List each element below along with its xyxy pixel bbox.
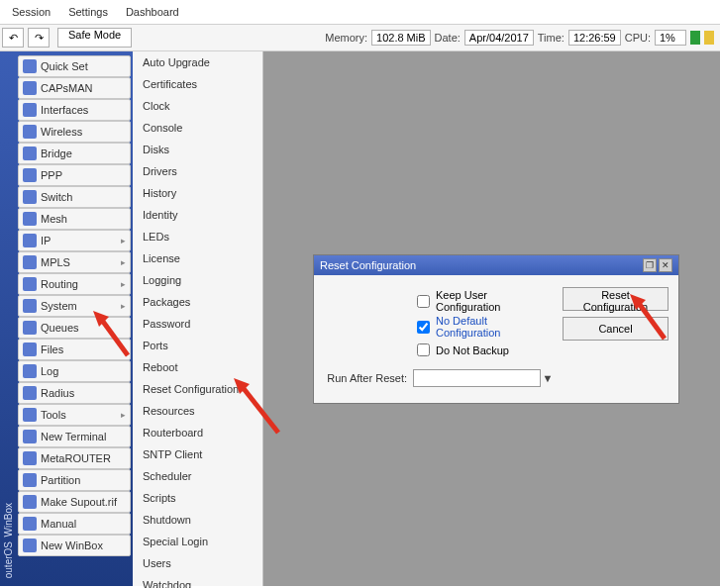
submenu-item-clock[interactable]: Clock xyxy=(133,95,262,117)
submenu-item-leds[interactable]: LEDs xyxy=(133,226,262,247)
sidebar-item-metarouter[interactable]: MetaROUTER xyxy=(18,447,131,469)
cancel-button[interactable]: Cancel xyxy=(563,317,669,341)
vtab-winbox[interactable]: WinBox xyxy=(3,503,14,537)
submenu-item-logging[interactable]: Logging xyxy=(133,269,262,291)
redo-button[interactable]: ↷ xyxy=(28,28,50,48)
safemode-button[interactable]: Safe Mode xyxy=(57,28,132,48)
sidebar-icon xyxy=(23,386,37,400)
sidebar-item-interfaces[interactable]: Interfaces xyxy=(18,99,131,121)
sidebar-item-switch[interactable]: Switch xyxy=(18,186,131,208)
sidebar-icon xyxy=(23,364,37,378)
submenu-item-scripts[interactable]: Scripts xyxy=(133,487,262,509)
reset-configuration-button[interactable]: Reset Configuration xyxy=(563,287,669,311)
sidebar-item-system[interactable]: System▸ xyxy=(18,295,131,317)
submenu-item-history[interactable]: History xyxy=(133,182,262,204)
sidebar-icon xyxy=(23,277,37,291)
memory-label: Memory: xyxy=(325,32,367,44)
sidebar-item-tools[interactable]: Tools▸ xyxy=(18,404,131,426)
submenu-item-special-login[interactable]: Special Login xyxy=(133,531,262,552)
submenu-item-auto-upgrade[interactable]: Auto Upgrade xyxy=(133,51,262,73)
sidebar-icon xyxy=(23,408,37,422)
sidebar-item-label: Tools xyxy=(41,409,66,421)
run-after-reset-dropdown[interactable] xyxy=(413,369,541,387)
sidebar-item-files[interactable]: Files xyxy=(18,339,131,360)
workspace: Reset Configuration ❐ ✕ Keep User Config… xyxy=(263,51,720,586)
sidebar-item-label: MetaROUTER xyxy=(41,452,111,464)
submenu-item-license[interactable]: License xyxy=(133,247,262,269)
sidebar-icon xyxy=(23,190,37,204)
sidebar-icon xyxy=(23,539,37,552)
sidebar-icon xyxy=(23,168,37,182)
sidebar-item-mpls[interactable]: MPLS▸ xyxy=(18,251,131,273)
sidebar-item-mesh[interactable]: Mesh xyxy=(18,208,131,230)
submenu-item-resources[interactable]: Resources xyxy=(133,400,262,422)
sidebar-item-label: MPLS xyxy=(41,256,70,268)
submenu-item-shutdown[interactable]: Shutdown xyxy=(133,509,262,531)
sidebar-item-label: Make Supout.rif xyxy=(41,496,117,508)
sidebar: Quick SetCAPsMANInterfacesWirelessBridge… xyxy=(16,51,133,586)
sidebar-item-routing[interactable]: Routing▸ xyxy=(18,273,131,295)
undo-button[interactable]: ↶ xyxy=(2,28,24,48)
menu-dashboard[interactable]: Dashboard xyxy=(126,6,179,18)
keep-user-config-checkbox[interactable] xyxy=(417,295,430,308)
sidebar-item-ip[interactable]: IP▸ xyxy=(18,230,131,251)
submenu-item-console[interactable]: Console xyxy=(133,117,262,139)
submenu-item-ports[interactable]: Ports xyxy=(133,335,262,356)
sidebar-icon xyxy=(23,125,37,139)
keep-user-config-label: Keep User Configuration xyxy=(436,289,555,313)
sidebar-item-label: Wireless xyxy=(41,126,82,138)
submenu-item-scheduler[interactable]: Scheduler xyxy=(133,465,262,487)
submenu-item-reboot[interactable]: Reboot xyxy=(133,356,262,378)
restore-icon[interactable]: ❐ xyxy=(643,258,657,272)
submenu-item-sntp-client[interactable]: SNTP Client xyxy=(133,443,262,465)
sidebar-icon xyxy=(23,234,37,247)
sidebar-icon xyxy=(23,321,37,335)
sidebar-item-label: Manual xyxy=(41,518,76,530)
submenu-item-packages[interactable]: Packages xyxy=(133,291,262,313)
submenu-item-routerboard[interactable]: Routerboard xyxy=(133,422,262,443)
submenu-item-watchdog[interactable]: Watchdog xyxy=(133,574,262,588)
sidebar-icon xyxy=(23,255,37,269)
chevron-right-icon: ▸ xyxy=(121,279,126,289)
sidebar-item-new-terminal[interactable]: New Terminal xyxy=(18,426,131,447)
sidebar-item-capsman[interactable]: CAPsMAN xyxy=(18,77,131,99)
sidebar-item-new-winbox[interactable]: New WinBox xyxy=(18,535,131,556)
submenu-item-certificates[interactable]: Certificates xyxy=(133,73,262,95)
submenu-item-password[interactable]: Password xyxy=(133,313,262,335)
menu-settings[interactable]: Settings xyxy=(68,6,108,18)
dialog-titlebar[interactable]: Reset Configuration ❐ ✕ xyxy=(314,255,678,275)
do-not-backup-checkbox[interactable] xyxy=(417,343,430,356)
sidebar-item-ppp[interactable]: PPP xyxy=(18,164,131,186)
sidebar-item-label: Interfaces xyxy=(41,104,88,116)
chevron-right-icon: ▸ xyxy=(121,410,126,420)
sidebar-item-manual[interactable]: Manual xyxy=(18,513,131,535)
sidebar-item-queues[interactable]: Queues xyxy=(18,317,131,339)
time-label: Time: xyxy=(538,32,565,44)
sidebar-item-bridge[interactable]: Bridge xyxy=(18,143,131,164)
sidebar-item-quick-set[interactable]: Quick Set xyxy=(18,55,131,77)
submenu-item-users[interactable]: Users xyxy=(133,552,262,574)
do-not-backup-label: Do Not Backup xyxy=(436,344,509,356)
submenu-item-drivers[interactable]: Drivers xyxy=(133,160,262,182)
chevron-right-icon: ▸ xyxy=(121,301,126,311)
sidebar-item-wireless[interactable]: Wireless xyxy=(18,121,131,143)
sidebar-item-make-supout-rif[interactable]: Make Supout.rif xyxy=(18,491,131,513)
cpu-label: CPU: xyxy=(625,32,651,44)
submenu-item-identity[interactable]: Identity xyxy=(133,204,262,226)
chevron-down-icon[interactable]: ▼ xyxy=(541,372,555,384)
sidebar-icon xyxy=(23,451,37,465)
submenu-item-reset-configuration[interactable]: Reset Configuration xyxy=(133,378,262,400)
submenu-item-disks[interactable]: Disks xyxy=(133,139,262,160)
vtab-routeros[interactable]: outerOS xyxy=(3,541,14,578)
memory-value: 102.8 MiB xyxy=(371,30,431,46)
sidebar-item-label: Switch xyxy=(41,191,72,203)
sidebar-item-log[interactable]: Log xyxy=(18,360,131,382)
sidebar-item-partition[interactable]: Partition xyxy=(18,469,131,491)
sidebar-icon xyxy=(23,147,37,160)
close-icon[interactable]: ✕ xyxy=(659,258,672,272)
no-default-config-checkbox[interactable] xyxy=(417,321,430,334)
menu-session[interactable]: Session xyxy=(12,6,51,18)
time-value: 12:26:59 xyxy=(568,30,621,46)
status-led-yellow xyxy=(704,31,714,45)
sidebar-item-radius[interactable]: Radius xyxy=(18,382,131,404)
